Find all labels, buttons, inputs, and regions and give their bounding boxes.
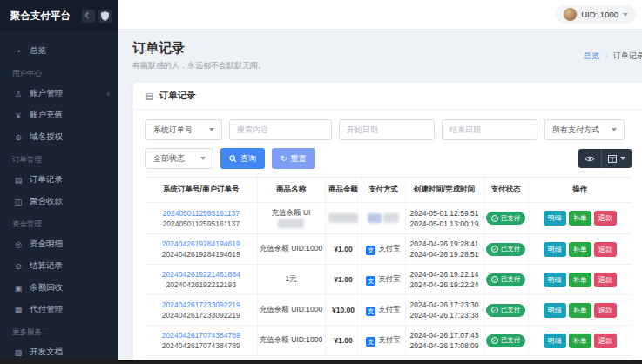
reissue-button[interactable]: 补单: [569, 334, 591, 348]
list-icon: ▤: [145, 91, 153, 101]
product-name: 充值余额 UID:1000: [260, 335, 322, 344]
brand-title: 聚合支付平台: [10, 10, 78, 23]
sidebar-item-payout-manage[interactable]: ▦代付管理: [0, 299, 118, 320]
sidebar-item-aggregate-collect[interactable]: ◫聚合收款: [0, 191, 118, 212]
sidebar-item-domain-auth[interactable]: ⊕域名授权: [0, 126, 118, 148]
pay-method-label: 支付宝: [378, 274, 401, 283]
refresh-icon: ↻: [280, 154, 287, 163]
sidebar-section-label: 资金管理: [0, 212, 118, 233]
chevron-left-icon: ‹: [107, 90, 110, 98]
status-badge: ✓已支付: [486, 334, 526, 347]
avatar: [564, 8, 577, 21]
sidebar-section-label: 更多服务...: [0, 320, 118, 341]
pay-method-cell: [362, 203, 405, 234]
table-header-row: 系统订单号/商户订单号商品名称商品金额支付方式创建时间/完成时间支付状态操作: [145, 178, 632, 203]
created-time: 2024-04-26 19:22:14: [408, 270, 482, 279]
order-no-cell: 20240501125951611372024050112595161137: [145, 203, 257, 234]
product-name: 1元: [285, 274, 296, 283]
order-type-select[interactable]: 系统订单号: [145, 119, 222, 140]
reissue-button[interactable]: 补单: [569, 211, 591, 226]
refund-button[interactable]: 退款: [594, 334, 617, 348]
check-icon: ✓: [491, 276, 498, 283]
system-order-link[interactable]: 2024042619284194619: [147, 239, 255, 248]
amount-value: ¥1.00: [334, 275, 352, 284]
detail-button[interactable]: 明细: [544, 303, 566, 318]
actions-cell: 明细补单退款: [528, 295, 632, 326]
product-name-cell: 充值余额 UID:1000: [257, 326, 325, 356]
check-icon: ✓: [491, 307, 498, 313]
start-date-input[interactable]: [339, 119, 435, 140]
breadcrumb-root[interactable]: 总览: [584, 51, 599, 60]
column-visibility-button[interactable]: [578, 149, 601, 168]
actions-cell: 明细补单退款: [528, 234, 632, 265]
sidebar-section-label: 订单管理: [0, 148, 118, 169]
completed-time: 2024-05-01 13:00:19: [408, 219, 482, 228]
sidebar-item-overview[interactable]: ◔总览: [0, 40, 118, 62]
sidebar-item-label: 结算记录: [30, 260, 63, 272]
columns-dropdown-button[interactable]: [601, 149, 632, 168]
alipay-icon: 支: [366, 307, 375, 316]
system-order-link[interactable]: 2024042619221461884: [147, 270, 255, 279]
censored-block: [368, 213, 382, 223]
table-icon: [608, 155, 617, 163]
amount-cell: ¥1.00: [325, 326, 362, 356]
bottom-scrollbar[interactable]: [0, 360, 642, 364]
censored-block: [278, 219, 304, 228]
detail-button[interactable]: 明细: [544, 273, 566, 287]
theme-moon-icon[interactable]: ☾: [82, 10, 95, 23]
account-recharge-icon: ¥: [12, 111, 24, 120]
refund-button[interactable]: 退款: [594, 211, 617, 226]
reset-button[interactable]: ↻ 重置: [272, 148, 315, 169]
column-header: 操作: [528, 178, 632, 203]
filter-row-2: 全部状态 查询 ↻ 重置: [145, 148, 632, 169]
amount-value: ¥1.00: [334, 245, 352, 253]
amount-value: ¥10.00: [332, 306, 355, 314]
sidebar-item-label: 订单记录: [30, 174, 63, 185]
sidebar-item-settlement-records[interactable]: ⊙结算记录: [0, 255, 118, 277]
sidebar-item-fund-details[interactable]: ◎资金明细: [0, 233, 118, 255]
detail-button[interactable]: 明细: [544, 334, 566, 348]
status-select[interactable]: 全部状态: [145, 148, 213, 169]
dev-docs-icon: ▧: [12, 348, 24, 357]
refund-button[interactable]: 退款: [594, 303, 617, 318]
amount-cell: ¥1.00: [325, 265, 362, 295]
end-date-input[interactable]: [442, 119, 537, 140]
breadcrumb-current: 订单记录: [613, 51, 642, 60]
sidebar-item-label: 余额回收: [30, 282, 63, 293]
detail-button[interactable]: 明细: [544, 242, 566, 257]
product-name: 充值余额 UID:1000: [260, 305, 322, 313]
system-order-link[interactable]: 2024050112595161137: [147, 209, 255, 218]
amount-cell: [325, 203, 362, 234]
payout-manage-icon: ▦: [12, 306, 24, 314]
alipay-icon: 支: [366, 246, 375, 255]
refund-button[interactable]: 退款: [594, 242, 617, 257]
time-cell: 2024-04-26 19:28:412024-04-26 19:28:51: [405, 234, 483, 265]
created-time: 2024-04-26 17:23:30: [408, 300, 482, 309]
chevron-down-icon: [612, 128, 617, 131]
user-menu-button[interactable]: UID: 1000: [556, 5, 636, 24]
reissue-button[interactable]: 补单: [569, 303, 591, 318]
sidebar-item-account-recharge[interactable]: ¥账户充值: [0, 104, 118, 126]
system-order-link[interactable]: 2024042617233092219: [147, 300, 255, 309]
shield-icon[interactable]: [98, 10, 112, 23]
sidebar-item-account-manage[interactable]: ♙账户管理‹: [0, 83, 118, 104]
reissue-button[interactable]: 补单: [569, 242, 591, 257]
pay-method-label: 支付宝: [378, 305, 401, 313]
pay-method-label: 支付宝: [378, 335, 401, 344]
pay-method-select[interactable]: 所有支付方式: [544, 119, 625, 140]
aggregate-collect-icon: ◫: [12, 198, 24, 206]
search-input[interactable]: [229, 119, 332, 140]
column-header: 商品名称: [257, 178, 325, 203]
sidebar-item-balance-recycle[interactable]: ▣余额回收: [0, 277, 118, 299]
account-manage-icon: ♙: [12, 90, 24, 98]
chevron-down-icon: [620, 157, 625, 160]
refund-button[interactable]: 退款: [594, 273, 617, 287]
created-time: 2024-04-26 19:28:41: [408, 239, 482, 248]
detail-button[interactable]: 明细: [544, 211, 566, 226]
query-button[interactable]: 查询: [220, 148, 265, 169]
reissue-button[interactable]: 补单: [569, 273, 591, 287]
overview-icon: ◔: [12, 47, 24, 56]
sidebar-item-order-records[interactable]: ▤订单记录: [0, 169, 118, 191]
product-name: 充值余额 UID:1000: [260, 244, 322, 253]
system-order-link[interactable]: 2024042617074384789: [147, 331, 255, 340]
